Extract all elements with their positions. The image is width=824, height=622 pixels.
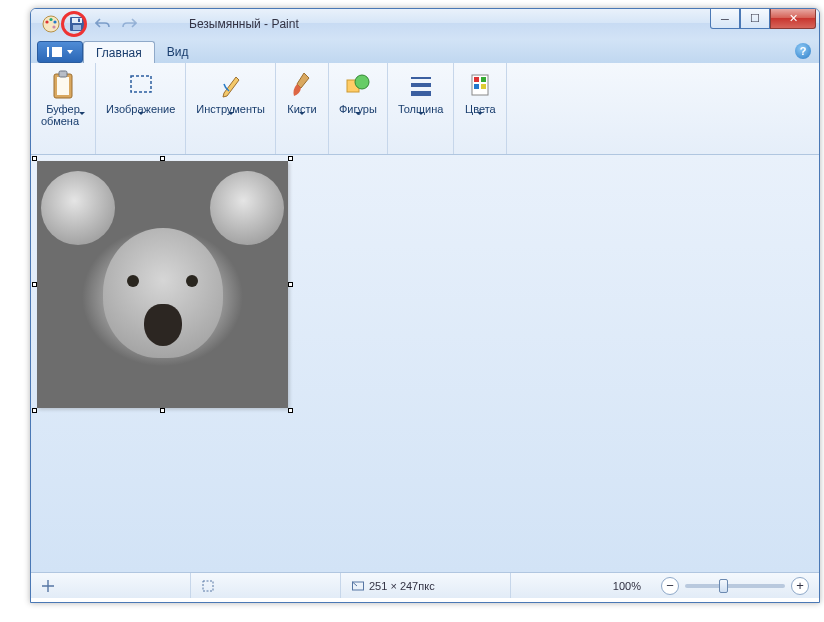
colors-icon — [464, 69, 496, 101]
tools-button[interactable]: Инструменты — [192, 67, 269, 129]
ribbon-group-size: Толщина — [388, 63, 455, 154]
ribbon-group-image: Изображение — [96, 63, 186, 154]
svg-point-4 — [52, 25, 55, 28]
svg-rect-23 — [203, 581, 213, 591]
selection-handles[interactable] — [35, 159, 290, 410]
ribbon-group-colors: Цвета — [454, 63, 507, 154]
shapes-label: Фигуры — [339, 103, 377, 127]
svg-point-1 — [45, 20, 48, 23]
svg-rect-10 — [57, 77, 69, 95]
colors-label: Цвета — [465, 103, 496, 127]
brushes-label: Кисти — [287, 103, 316, 127]
svg-rect-21 — [474, 84, 479, 89]
size-label: Толщина — [398, 103, 444, 127]
brushes-button[interactable]: Кисти — [282, 67, 322, 129]
ribbon-group-shapes: Фигуры — [329, 63, 388, 154]
brush-icon — [286, 69, 318, 101]
select-icon — [125, 69, 157, 101]
close-button[interactable]: ✕ — [770, 9, 816, 29]
zoom-in-button[interactable]: + — [791, 577, 809, 595]
file-menu-button[interactable] — [37, 41, 83, 63]
quick-access-toolbar — [31, 14, 139, 34]
minimize-button[interactable]: ─ — [710, 9, 740, 29]
maximize-button[interactable]: ☐ — [740, 9, 770, 29]
cursor-pos-icon — [41, 579, 55, 593]
window-controls: ─ ☐ ✕ — [710, 9, 816, 29]
status-selection — [191, 573, 341, 598]
size-button[interactable]: Толщина — [394, 67, 448, 129]
help-button[interactable]: ? — [795, 43, 811, 59]
canvas-size-icon — [351, 579, 365, 593]
clipboard-icon — [47, 69, 79, 101]
zoom-slider[interactable] — [685, 584, 785, 588]
status-dimensions: 251 × 247пкс — [341, 573, 511, 598]
zoom-control: − + — [651, 577, 819, 595]
paint-window: Безымянный - Paint ─ ☐ ✕ Главная Вид ? Б… — [30, 8, 820, 603]
svg-rect-19 — [474, 77, 479, 82]
clipboard-button[interactable]: Буфер обмена — [37, 67, 89, 129]
ribbon-group-clipboard: Буфер обмена — [31, 63, 96, 154]
selection-size-icon — [201, 579, 215, 593]
svg-rect-7 — [73, 25, 81, 30]
image-label: Изображение — [106, 103, 175, 127]
window-title: Безымянный - Paint — [189, 17, 299, 31]
ribbon-group-brushes: Кисти — [276, 63, 329, 154]
ribbon-group-tools: Инструменты — [186, 63, 276, 154]
svg-rect-15 — [411, 77, 431, 79]
svg-rect-20 — [481, 77, 486, 82]
status-bar: 251 × 247пкс 100% − + — [31, 572, 819, 598]
status-cursor — [31, 573, 191, 598]
canvas-area[interactable] — [31, 155, 819, 572]
tools-label: Инструменты — [196, 103, 265, 127]
colors-button[interactable]: Цвета — [460, 67, 500, 129]
svg-rect-11 — [59, 71, 67, 77]
svg-rect-16 — [411, 83, 431, 87]
shapes-icon — [342, 69, 374, 101]
svg-point-2 — [49, 18, 52, 21]
svg-rect-22 — [481, 84, 486, 89]
save-icon[interactable] — [67, 14, 87, 34]
zoom-out-button[interactable]: − — [661, 577, 679, 595]
ribbon: Буфер обмена Изображение Инструменты — [31, 63, 819, 155]
undo-icon[interactable] — [93, 14, 113, 34]
status-zoom-label: 100% — [603, 573, 651, 598]
svg-rect-17 — [411, 91, 431, 96]
svg-point-3 — [53, 20, 56, 23]
titlebar: Безымянный - Paint ─ ☐ ✕ — [31, 9, 819, 39]
svg-rect-12 — [131, 76, 151, 92]
paint-app-icon[interactable] — [41, 14, 61, 34]
thickness-icon — [405, 69, 437, 101]
clipboard-label: Буфер обмена — [41, 103, 85, 127]
svg-rect-6 — [72, 18, 82, 23]
tab-home[interactable]: Главная — [83, 41, 155, 63]
svg-point-14 — [355, 75, 369, 89]
pencil-icon — [215, 69, 247, 101]
tab-view[interactable]: Вид — [155, 41, 201, 63]
zoom-slider-thumb[interactable] — [719, 579, 728, 593]
redo-icon[interactable] — [119, 14, 139, 34]
shapes-button[interactable]: Фигуры — [335, 67, 381, 129]
ribbon-tab-row: Главная Вид ? — [31, 39, 819, 63]
image-button[interactable]: Изображение — [102, 67, 179, 129]
svg-rect-8 — [78, 19, 80, 23]
